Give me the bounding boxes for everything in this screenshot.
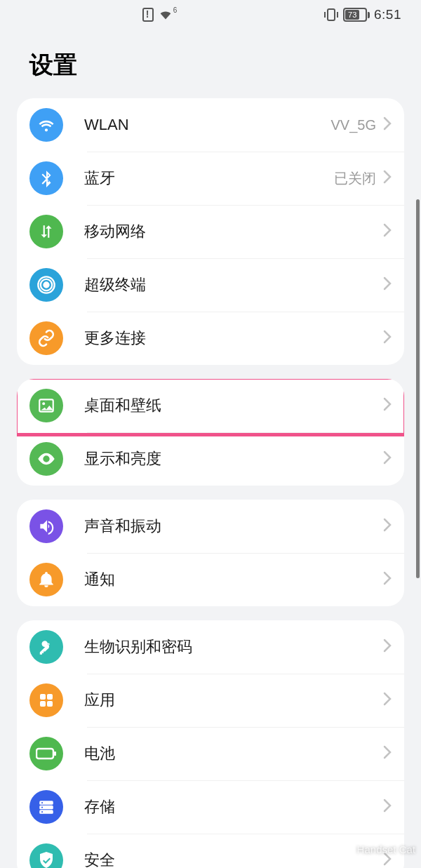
sim-alert-icon bbox=[142, 8, 154, 22]
bluetooth-icon bbox=[29, 161, 63, 195]
link-icon bbox=[29, 321, 63, 355]
wifi-6-icon bbox=[158, 8, 173, 21]
row-label: 声音和振动 bbox=[84, 516, 379, 537]
status-right: 73 6:51 bbox=[323, 7, 401, 22]
eye-icon bbox=[29, 442, 63, 476]
chevron-right-icon bbox=[383, 745, 392, 762]
row-home-wallpaper[interactable]: 桌面和壁纸 bbox=[17, 379, 404, 432]
svg-rect-0 bbox=[328, 9, 335, 20]
chevron-right-icon bbox=[383, 276, 392, 293]
mobile-data-icon bbox=[29, 215, 63, 248]
svg-point-25 bbox=[341, 849, 346, 853]
row-mobile-network[interactable]: 移动网络 bbox=[17, 205, 404, 258]
settings-group-sound: 声音和振动 通知 bbox=[17, 500, 404, 606]
clock: 6:51 bbox=[374, 7, 401, 22]
svg-point-23 bbox=[339, 849, 341, 851]
svg-point-7 bbox=[42, 402, 45, 405]
row-value: VV_5G bbox=[331, 117, 376, 133]
battery-indicator: 73 bbox=[343, 8, 370, 22]
svg-rect-11 bbox=[40, 701, 46, 707]
row-bluetooth[interactable]: 蓝牙 已关闭 bbox=[17, 152, 404, 205]
status-left: 6 bbox=[0, 8, 323, 22]
row-label: 更多连接 bbox=[84, 328, 379, 349]
apps-grid-icon bbox=[29, 683, 63, 717]
picture-icon bbox=[29, 389, 63, 422]
chevron-right-icon bbox=[383, 223, 392, 240]
chevron-right-icon bbox=[383, 799, 392, 815]
row-notifications[interactable]: 通知 bbox=[17, 553, 404, 606]
watermark-text: Handset Cat bbox=[357, 843, 415, 855]
row-wlan[interactable]: WLAN VV_5G bbox=[17, 98, 404, 152]
svg-rect-13 bbox=[36, 749, 53, 759]
row-label: WLAN bbox=[84, 116, 331, 134]
row-display-brightness[interactable]: 显示和亮度 bbox=[17, 432, 404, 486]
svg-point-22 bbox=[345, 846, 347, 848]
chevron-right-icon bbox=[383, 330, 392, 347]
row-apps[interactable]: 应用 bbox=[17, 674, 404, 727]
row-value: 已关闭 bbox=[334, 169, 376, 188]
svg-rect-10 bbox=[47, 694, 53, 700]
row-more-connections[interactable]: 更多连接 bbox=[17, 312, 404, 365]
row-biometrics-password[interactable]: 生物识别和密码 bbox=[17, 620, 404, 674]
row-label: 移动网络 bbox=[84, 221, 379, 242]
status-bar: 6 73 6:51 bbox=[0, 0, 421, 29]
row-label: 桌面和壁纸 bbox=[84, 395, 379, 416]
chevron-right-icon bbox=[383, 170, 392, 187]
storage-icon bbox=[29, 790, 63, 824]
row-label: 应用 bbox=[84, 690, 379, 711]
chevron-right-icon bbox=[383, 518, 392, 535]
row-label: 蓝牙 bbox=[84, 168, 334, 189]
chevron-right-icon bbox=[383, 450, 392, 467]
svg-point-3 bbox=[44, 283, 49, 288]
battery-percent: 73 bbox=[345, 10, 359, 20]
svg-point-18 bbox=[41, 802, 43, 803]
volume-icon bbox=[29, 509, 63, 543]
page-title: 设置 bbox=[0, 29, 421, 98]
svg-rect-12 bbox=[47, 701, 53, 707]
chevron-right-icon bbox=[383, 397, 392, 414]
chevron-right-icon bbox=[383, 639, 392, 655]
settings-list: WLAN VV_5G 蓝牙 已关闭 移动网络 超级终端 bbox=[0, 98, 421, 868]
svg-point-21 bbox=[340, 846, 342, 848]
row-label: 显示和亮度 bbox=[84, 448, 379, 469]
row-label: 存储 bbox=[84, 796, 379, 817]
svg-point-8 bbox=[45, 458, 48, 461]
svg-rect-9 bbox=[40, 694, 46, 700]
bell-icon bbox=[29, 563, 63, 596]
svg-point-24 bbox=[347, 849, 349, 851]
key-icon bbox=[29, 630, 63, 664]
paw-icon bbox=[335, 840, 353, 858]
settings-group-display: 桌面和壁纸 显示和亮度 bbox=[17, 379, 404, 486]
chevron-right-icon bbox=[383, 692, 392, 709]
row-super-device[interactable]: 超级终端 bbox=[17, 258, 404, 312]
svg-point-19 bbox=[41, 806, 43, 808]
settings-group-system: 生物识别和密码 应用 电池 存储 bbox=[17, 620, 404, 868]
chevron-right-icon bbox=[383, 571, 392, 588]
row-sound-vibration[interactable]: 声音和振动 bbox=[17, 500, 404, 553]
row-battery[interactable]: 电池 bbox=[17, 727, 404, 780]
shield-icon bbox=[29, 843, 63, 868]
wifi-icon bbox=[29, 108, 63, 142]
scrollbar[interactable] bbox=[416, 199, 420, 578]
row-label: 超级终端 bbox=[84, 274, 379, 295]
chevron-right-icon bbox=[383, 116, 392, 133]
wifi-gen-label: 6 bbox=[173, 6, 178, 14]
vibrate-icon bbox=[323, 8, 339, 22]
settings-group-connectivity: WLAN VV_5G 蓝牙 已关闭 移动网络 超级终端 bbox=[17, 98, 404, 365]
row-storage[interactable]: 存储 bbox=[17, 780, 404, 834]
svg-rect-14 bbox=[54, 752, 56, 756]
watermark: Handset Cat bbox=[335, 840, 415, 858]
battery-icon bbox=[29, 737, 63, 770]
row-label: 电池 bbox=[84, 743, 379, 764]
svg-point-20 bbox=[41, 811, 43, 813]
row-label: 通知 bbox=[84, 569, 379, 590]
radar-icon bbox=[29, 268, 63, 302]
row-label: 生物识别和密码 bbox=[84, 636, 379, 657]
